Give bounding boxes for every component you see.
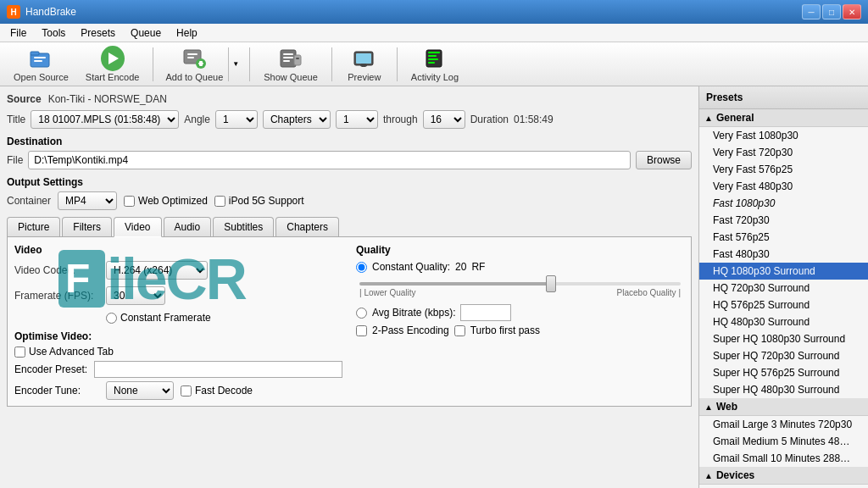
toolbar-separator-4 [397, 47, 398, 81]
main-content: Source Kon-Tiki - NORSWE_DAN Title 18 01… [0, 86, 868, 488]
avg-bitrate-label: Avg Bitrate (kbps): [372, 307, 455, 319]
constant-quality-radio[interactable] [356, 262, 367, 273]
title-select[interactable]: 18 01007.MPLS (01:58:48) [31, 110, 179, 129]
preset-gmail-small-288p30[interactable]: Gmail Small 10 Minutes 288p30 [699, 450, 868, 467]
preset-gmail-medium-480p30[interactable]: Gmail Medium 5 Minutes 480p30 [699, 433, 868, 450]
web-optimized-label: Web Optimized [138, 195, 208, 207]
preset-fast-720p30[interactable]: Fast 720p30 [699, 212, 868, 229]
two-pass-checkbox[interactable] [356, 325, 367, 336]
advanced-tab-input[interactable] [14, 347, 25, 358]
fast-decode-label: Fast Decode [195, 385, 253, 396]
toolbar-separator-1 [153, 47, 153, 81]
preset-fast-480p30[interactable]: Fast 480p30 [699, 246, 868, 263]
activity-log-button[interactable]: Activity Log [404, 43, 465, 86]
preset-group-devices-header[interactable]: ▲ Devices [699, 467, 868, 485]
preset-super-hq-480p30-surround[interactable]: Super HQ 480p30 Surround [699, 381, 868, 398]
web-optimized-checkbox[interactable]: Web Optimized [124, 195, 208, 207]
preset-group-web-header[interactable]: ▲ Web [699, 398, 868, 416]
preset-hq-1080p30-surround[interactable]: HQ 1080p30 Surround [699, 263, 868, 280]
ipod-support-checkbox[interactable]: iPod 5G Support [214, 195, 304, 207]
quality-slider[interactable] [359, 282, 681, 286]
encoder-preset-input[interactable] [94, 361, 342, 378]
menu-help[interactable]: Help [170, 25, 204, 41]
destination-label: Destination [7, 136, 692, 147]
chapter-to-select[interactable]: 16 [423, 110, 465, 129]
encoder-tune-select[interactable]: None [106, 381, 174, 400]
tab-subtitles[interactable]: Subtitles [213, 217, 274, 236]
menu-tools[interactable]: Tools [35, 25, 72, 41]
app-title: HandBrake [25, 6, 76, 18]
destination-section: Destination File Browse [7, 136, 692, 169]
minimize-button[interactable]: ─ [802, 4, 821, 19]
tab-filters[interactable]: Filters [62, 217, 112, 236]
ipod-support-input[interactable] [214, 196, 225, 207]
preset-very-fast-720p30[interactable]: Very Fast 720p30 [699, 144, 868, 161]
advanced-tab-checkbox[interactable]: Use Advanced Tab [14, 346, 342, 358]
output-settings-section: Output Settings Container MP4 Web Optimi… [7, 176, 692, 210]
menu-file[interactable]: File [3, 25, 33, 41]
preset-android-1080p30[interactable]: Android 1080p30 [699, 485, 868, 488]
preset-hq-480p30-surround[interactable]: HQ 480p30 Surround [699, 313, 868, 330]
source-label: Source [7, 93, 42, 105]
preset-super-hq-1080p30-surround[interactable]: Super HQ 1080p30 Surround [699, 330, 868, 347]
browse-button[interactable]: Browse [636, 151, 692, 169]
add-to-queue-button[interactable]: Add to Queue ▼ [160, 43, 242, 86]
menu-presets[interactable]: Presets [74, 25, 122, 41]
container-label: Container [7, 195, 51, 207]
preview-button[interactable]: Preview [339, 43, 390, 86]
angle-select[interactable]: 1 [215, 110, 258, 129]
rf-label: RF [471, 261, 485, 273]
turbo-first-checkbox[interactable] [454, 325, 465, 336]
web-group-label: Web [716, 401, 737, 413]
svg-rect-22 [428, 55, 437, 57]
preset-very-fast-576p25[interactable]: Very Fast 576p25 [699, 161, 868, 178]
avg-bitrate-input[interactable] [460, 304, 511, 321]
chapter-from-select[interactable]: 1 [336, 110, 378, 129]
avg-bitrate-row: Avg Bitrate (kbps): [356, 304, 684, 321]
add-to-queue-main[interactable]: Add to Queue [160, 43, 228, 86]
video-tab-content: Video Video Codec: H.264 (x264) Framerat… [14, 244, 684, 407]
preset-gmail-large-720p30[interactable]: Gmail Large 3 Minutes 720p30 [699, 416, 868, 433]
tab-chapters[interactable]: Chapters [275, 217, 339, 236]
add-queue-dropdown-arrow[interactable]: ▼ [228, 47, 242, 81]
preset-group-general-header[interactable]: ▲ General [699, 109, 868, 127]
chapters-select[interactable]: Chapters [263, 110, 331, 129]
preset-hq-576p25-surround[interactable]: HQ 576p25 Surround [699, 297, 868, 313]
preset-fast-576p25[interactable]: Fast 576p25 [699, 229, 868, 246]
start-encode-button[interactable]: Start Encode [79, 43, 147, 86]
constant-framerate-radio[interactable]: Constant Framerate [106, 312, 211, 324]
open-source-button[interactable]: Open Source [7, 43, 75, 86]
framerate-row: Framerate (FPS): 30 [14, 286, 342, 305]
file-path-input[interactable] [28, 151, 631, 169]
preset-super-hq-720p30-surround[interactable]: Super HQ 720p30 Surround [699, 347, 868, 364]
title-section: Title 18 01007.MPLS (01:58:48) Angle 1 C… [7, 110, 692, 129]
preset-super-hq-576p25-surround[interactable]: Super HQ 576p25 Surround [699, 364, 868, 381]
constant-framerate-input[interactable] [106, 313, 117, 324]
preset-fast-1080p30[interactable]: Fast 1080p30 [699, 195, 868, 212]
container-select[interactable]: MP4 [58, 191, 117, 210]
avg-bitrate-radio[interactable] [356, 308, 367, 319]
tab-audio[interactable]: Audio [164, 217, 212, 236]
preset-very-fast-1080p30[interactable]: Very Fast 1080p30 [699, 127, 868, 144]
codec-row: Video Codec: H.264 (x264) [14, 261, 342, 280]
preset-very-fast-480p30[interactable]: Very Fast 480p30 [699, 178, 868, 195]
fast-decode-input[interactable] [181, 385, 192, 396]
two-pass-row: 2-Pass Encoding Turbo first pass [356, 324, 684, 336]
menu-queue[interactable]: Queue [124, 25, 168, 41]
svg-rect-17 [356, 53, 371, 64]
codec-select[interactable]: H.264 (x264) [106, 261, 208, 280]
close-button[interactable]: ✕ [843, 4, 861, 19]
tab-video[interactable]: Video [114, 217, 161, 237]
show-queue-button[interactable]: Show Queue [257, 43, 325, 86]
preset-hq-720p30-surround[interactable]: HQ 720p30 Surround [699, 280, 868, 297]
framerate-select[interactable]: 30 [106, 286, 165, 305]
web-optimized-input[interactable] [124, 196, 135, 207]
devices-chevron: ▲ [704, 471, 713, 480]
fast-decode-checkbox[interactable]: Fast Decode [181, 385, 253, 396]
quality-col: Quality Constant Quality: 20 RF | Lower … [356, 244, 684, 407]
tab-picture[interactable]: Picture [7, 217, 60, 236]
maximize-button[interactable]: □ [822, 4, 841, 19]
constant-framerate-label: Constant Framerate [120, 312, 211, 324]
encoder-preset-label: Encoder Preset: [14, 363, 87, 375]
general-group-label: General [716, 112, 754, 124]
